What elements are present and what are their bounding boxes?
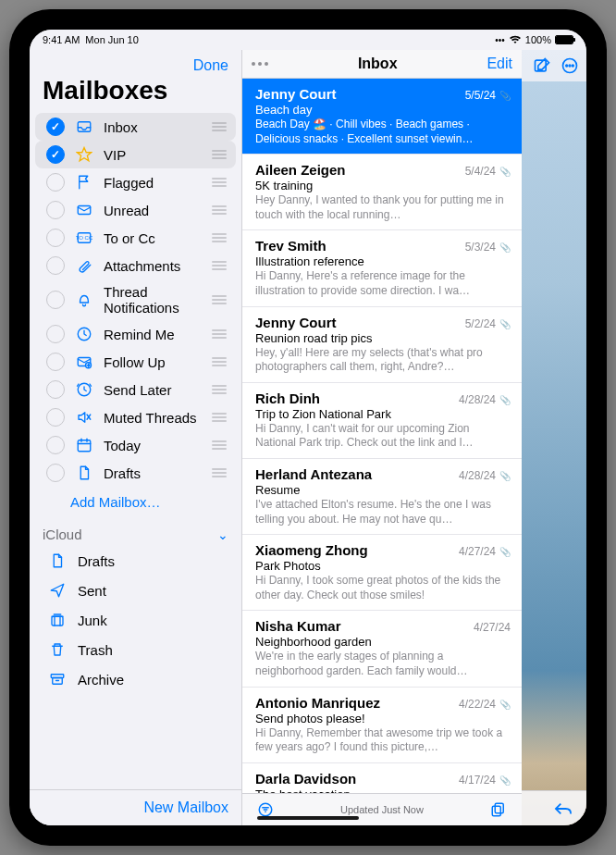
- message-preview: Beach Day 🏖️ · Chill vibes · Beach games…: [255, 118, 511, 146]
- message-row[interactable]: Antonio Manriquez 4/22/24📎 Send photos p…: [242, 688, 522, 763]
- reorder-handle-icon[interactable]: [212, 413, 227, 422]
- account-name[interactable]: iCloud: [43, 527, 82, 542]
- message-date: 5/3/24📎: [465, 241, 511, 254]
- svg-rect-27: [495, 803, 503, 813]
- message-row[interactable]: Nisha Kumar 4/27/24 Neighborhood garden …: [242, 611, 522, 687]
- reorder-handle-icon[interactable]: [212, 150, 227, 159]
- reorder-handle-icon[interactable]: [212, 329, 227, 339]
- reorder-handle-icon[interactable]: [212, 295, 227, 304]
- mailbox-label: Muted Threads: [104, 410, 203, 426]
- inbox-title: Inbox: [358, 56, 398, 72]
- folder-drafts[interactable]: Drafts: [30, 546, 241, 576]
- clock-icon: [74, 326, 94, 342]
- envelope-icon: [74, 202, 94, 218]
- compose-icon[interactable]: [533, 56, 551, 75]
- chevron-down-icon[interactable]: ⌄: [217, 527, 228, 542]
- home-indicator[interactable]: [257, 816, 359, 820]
- reorder-handle-icon[interactable]: [212, 178, 227, 187]
- folder-label: Drafts: [78, 553, 115, 569]
- mailbox-row-remind-me[interactable]: Remind Me: [35, 320, 236, 348]
- status-bar: 9:41 AM Mon Jun 10 ••• 100%: [30, 30, 586, 50]
- wifi-icon: [509, 35, 522, 44]
- message-preview: Hi Danny, I can't wait for our upcoming …: [255, 422, 511, 451]
- window-dots-icon[interactable]: [252, 62, 268, 66]
- tocc-icon: TO CC: [74, 229, 94, 246]
- message-subject: Trip to Zion National Park: [255, 407, 511, 421]
- message-sender: Nisha Kumar: [255, 618, 341, 634]
- message-row[interactable]: Jenny Court 5/5/24📎 Beach day Beach Day …: [242, 79, 522, 155]
- edit-button[interactable]: Edit: [487, 56, 512, 72]
- mailbox-row-today[interactable]: Today: [35, 431, 236, 459]
- reorder-handle-icon[interactable]: [212, 440, 227, 450]
- battery-icon: [555, 35, 573, 44]
- mailbox-row-inbox[interactable]: Inbox: [35, 113, 236, 141]
- checkbox[interactable]: [46, 173, 65, 192]
- followup-icon: [74, 353, 94, 370]
- checkbox[interactable]: [46, 256, 65, 275]
- mailbox-row-send-later[interactable]: Send Later: [35, 376, 236, 403]
- reorder-handle-icon[interactable]: [212, 385, 227, 394]
- message-row[interactable]: Xiaomeng Zhong 4/27/24📎 Park Photos Hi D…: [242, 535, 522, 611]
- checkbox[interactable]: [46, 325, 65, 343]
- mailbox-row-thread-notifications[interactable]: Thread Notifications: [35, 279, 236, 320]
- mailbox-row-muted-threads[interactable]: Muted Threads: [35, 403, 236, 431]
- tray-icon: [74, 118, 94, 135]
- paperclip-icon: 📎: [499, 775, 511, 786]
- message-row[interactable]: Rich Dinh 4/28/24📎 Trip to Zion National…: [242, 383, 522, 459]
- mailbox-label: Inbox: [104, 119, 203, 135]
- reorder-handle-icon[interactable]: [212, 205, 227, 215]
- checkbox[interactable]: [46, 229, 65, 247]
- svg-rect-28: [492, 806, 500, 816]
- mailbox-row-attachments[interactable]: Attachments: [35, 252, 236, 279]
- mailboxes-sidebar: Done Mailboxes Inbox VIP Flagged Unread …: [30, 50, 242, 825]
- paperclip-icon: 📎: [499, 242, 511, 253]
- reorder-handle-icon[interactable]: [212, 468, 227, 477]
- checkbox[interactable]: [46, 118, 65, 136]
- message-row[interactable]: Herland Antezana 4/28/24📎 Resume I've at…: [242, 459, 522, 535]
- status-updated: Updated Just Now: [340, 804, 424, 815]
- mailbox-row-to-or-cc[interactable]: TO CC To or Cc: [35, 224, 236, 252]
- mailbox-row-unread[interactable]: Unread: [35, 196, 236, 224]
- checkbox[interactable]: [46, 408, 65, 427]
- svg-rect-0: [78, 122, 91, 132]
- doc-icon: [48, 552, 67, 569]
- new-mailbox-button[interactable]: New Mailbox: [143, 799, 228, 816]
- folder-sent[interactable]: Sent: [30, 576, 241, 605]
- reorder-handle-icon[interactable]: [212, 261, 227, 270]
- folder-trash[interactable]: Trash: [30, 635, 241, 664]
- folder-archive[interactable]: Archive: [30, 664, 241, 694]
- reorder-handle-icon[interactable]: [212, 233, 227, 242]
- checkbox[interactable]: [46, 353, 65, 371]
- more-icon[interactable]: [561, 56, 579, 75]
- checkbox[interactable]: [46, 436, 65, 454]
- reorder-handle-icon[interactable]: [212, 357, 227, 366]
- message-row[interactable]: Aileen Zeigen 5/4/24📎 5K training Hey Da…: [242, 155, 522, 230]
- message-row[interactable]: Darla Davidson 4/17/24📎 The best vacatio…: [242, 763, 522, 793]
- svg-marker-1: [78, 148, 92, 161]
- message-sender: Antonio Manriquez: [255, 695, 380, 711]
- mailbox-row-vip[interactable]: VIP: [35, 141, 236, 168]
- mailbox-row-drafts[interactable]: Drafts: [35, 459, 236, 487]
- mailbox-row-follow-up[interactable]: Follow Up: [35, 348, 236, 376]
- reorder-handle-icon[interactable]: [212, 122, 227, 131]
- message-row[interactable]: Jenny Court 5/2/24📎 Reunion road trip pi…: [242, 307, 522, 383]
- folder-junk[interactable]: Junk: [30, 605, 241, 635]
- message-sender: Trev Smith: [255, 238, 326, 254]
- stack-icon[interactable]: [490, 801, 507, 818]
- message-preview: Hi Danny, Remember that awesome trip we …: [255, 726, 511, 755]
- checkbox[interactable]: [46, 201, 65, 219]
- done-button[interactable]: Done: [193, 57, 228, 74]
- paperclip-icon: 📎: [499, 91, 511, 101]
- mailbox-row-flagged[interactable]: Flagged: [35, 168, 236, 196]
- calendar-icon: [74, 437, 94, 453]
- checkbox[interactable]: [46, 464, 65, 482]
- reply-icon[interactable]: [553, 800, 573, 817]
- mailbox-label: Attachments: [104, 258, 203, 274]
- message-row[interactable]: Trev Smith 5/3/24📎 Illustration referenc…: [242, 230, 522, 306]
- checkbox[interactable]: [46, 291, 65, 309]
- mailbox-label: Flagged: [104, 175, 203, 191]
- add-mailbox-button[interactable]: Add Mailbox…: [30, 487, 241, 517]
- message-preview: We're in the early stages of planning a …: [255, 650, 511, 678]
- checkbox[interactable]: [46, 380, 65, 399]
- checkbox[interactable]: [46, 145, 65, 164]
